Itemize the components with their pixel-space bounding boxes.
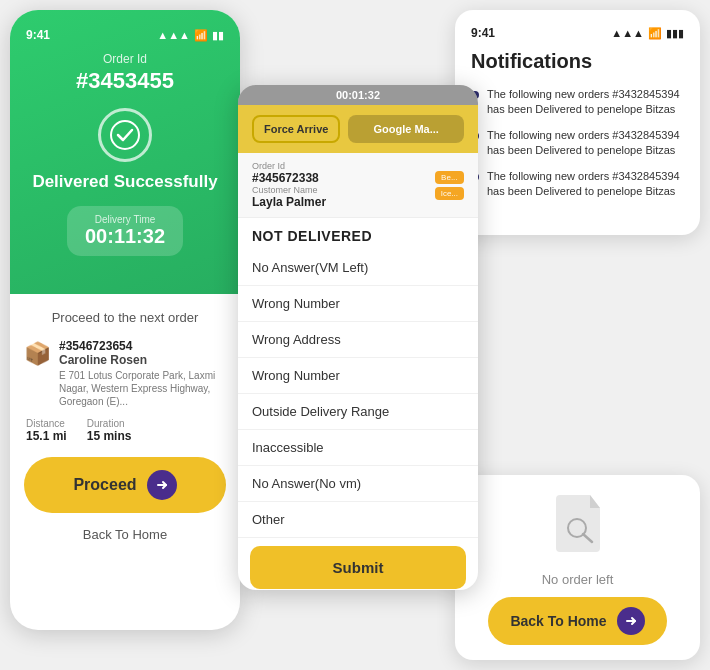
distance-value: 15.1 mi [26, 429, 67, 443]
duration-item: Duration 15 mins [87, 418, 132, 443]
nd-customer-value: Layla Palmer [252, 195, 326, 209]
delivered-card: 9:41 ▲▲▲ 📶 ▮▮ Order Id #3453455 Delivere… [10, 10, 240, 630]
signal-icon: ▲▲▲ [157, 29, 190, 41]
nd-option-other[interactable]: Other [238, 502, 478, 538]
check-circle [98, 108, 152, 162]
svg-point-0 [111, 121, 139, 149]
notif-status-bar: 9:41 ▲▲▲ 📶 ▮▮▮ [471, 26, 684, 40]
no-order-icon [550, 490, 605, 562]
notif-time: 9:41 [471, 26, 495, 40]
nd-order-id-label: Order Id [252, 161, 326, 171]
customer-name: Caroline Rosen [59, 353, 226, 367]
no-order-back-home-label: Back To Home [510, 613, 606, 629]
nd-option-outside-range[interactable]: Outside Delivery Range [238, 394, 478, 430]
back-home-link[interactable]: Back To Home [24, 523, 226, 546]
notifications-card: 9:41 ▲▲▲ 📶 ▮▮▮ Notifications The followi… [455, 10, 700, 235]
order-mini: 📦 #3546723654 Caroline Rosen E 701 Lotus… [24, 339, 226, 408]
submit-button[interactable]: Submit [250, 546, 466, 589]
no-order-back-home-button[interactable]: Back To Home [488, 597, 666, 645]
nd-option-inaccessible[interactable]: Inaccessible [238, 430, 478, 466]
status-icons: ▲▲▲ 📶 ▮▮ [157, 29, 224, 42]
order-id-label: Order Id [26, 52, 224, 66]
notif-item-2: The following new orders #3432845394 has… [471, 128, 684, 159]
notif-item-3: The following new orders #3432845394 has… [471, 169, 684, 200]
nd-option-wrong-number-2[interactable]: Wrong Number [238, 358, 478, 394]
delivery-address: E 701 Lotus Corporate Park, Laxmi Nagar,… [59, 369, 226, 408]
back-home-arrow-icon [617, 607, 645, 635]
notif-text-1: The following new orders #3432845394 has… [487, 87, 684, 118]
order-info-left: Order Id #345672338 Customer Name Layla … [252, 161, 326, 209]
time-bar: 00:01:32 [238, 85, 478, 105]
delivered-header: 9:41 ▲▲▲ 📶 ▮▮ Order Id #3453455 Delivere… [10, 10, 240, 294]
delivery-time-value: 00:11:32 [85, 225, 165, 248]
nd-header: Force Arrive Google Ma... [238, 105, 478, 153]
order-info-strip: Order Id #345672338 Customer Name Layla … [238, 153, 478, 218]
notif-text-2: The following new orders #3432845394 has… [487, 128, 684, 159]
duration-value: 15 mins [87, 429, 132, 443]
proceed-arrow-icon [147, 470, 177, 500]
notif-icons: ▲▲▲ 📶 ▮▮▮ [611, 26, 684, 40]
order-badges: Be... Ice... [435, 171, 464, 200]
box-icon: 📦 [24, 341, 51, 367]
order-number: #3546723654 [59, 339, 226, 353]
notif-signal-icon: ▲▲▲ [611, 27, 644, 39]
not-delivered-options: No Answer(VM Left) Wrong Number Wrong Ad… [238, 250, 478, 538]
nd-order-id-value: #345672338 [252, 171, 326, 185]
order-info: #3546723654 Caroline Rosen E 701 Lotus C… [59, 339, 226, 408]
not-delivered-card: 00:01:32 Force Arrive Google Ma... Order… [238, 85, 478, 590]
wifi-icon: 📶 [194, 29, 208, 42]
nd-customer-label: Customer Name [252, 185, 326, 195]
delivered-text: Delivered Successfully [26, 172, 224, 192]
badge-1: Be... [435, 171, 464, 184]
distance-row: Distance 15.1 mi Duration 15 mins [24, 418, 226, 443]
not-delivered-title: NOT DELIVERED [238, 218, 478, 250]
no-order-label: No order left [542, 572, 614, 587]
distance-label: Distance [26, 418, 67, 429]
distance-item: Distance 15.1 mi [26, 418, 67, 443]
nd-option-wrong-number-1[interactable]: Wrong Number [238, 286, 478, 322]
next-order-label: Proceed to the next order [24, 310, 226, 325]
battery-icon: ▮▮ [212, 29, 224, 42]
force-arrive-button[interactable]: Force Arrive [252, 115, 340, 143]
no-order-card: No order left Back To Home [455, 475, 700, 660]
notifications-title: Notifications [471, 50, 684, 73]
proceed-label: Proceed [73, 476, 136, 494]
notif-text-3: The following new orders #3432845394 has… [487, 169, 684, 200]
notif-wifi-icon: 📶 [648, 27, 662, 40]
delivery-time-label: Delivery Time [85, 214, 165, 225]
nd-option-no-answer-no-vm[interactable]: No Answer(No vm) [238, 466, 478, 502]
order-id: #3453455 [26, 68, 224, 94]
delivered-bottom: Proceed to the next order 📦 #3546723654 … [10, 294, 240, 556]
status-time: 9:41 [26, 28, 50, 42]
nd-option-no-answer-vm[interactable]: No Answer(VM Left) [238, 250, 478, 286]
badge-2: Ice... [435, 187, 464, 200]
status-bar: 9:41 ▲▲▲ 📶 ▮▮ [26, 28, 224, 42]
notif-item-1: The following new orders #3432845394 has… [471, 87, 684, 118]
delivery-time-box: Delivery Time 00:11:32 [67, 206, 183, 256]
duration-label: Duration [87, 418, 132, 429]
google-maps-button[interactable]: Google Ma... [348, 115, 464, 143]
nd-option-wrong-address[interactable]: Wrong Address [238, 322, 478, 358]
notif-battery-icon: ▮▮▮ [666, 27, 684, 40]
proceed-button[interactable]: Proceed [24, 457, 226, 513]
